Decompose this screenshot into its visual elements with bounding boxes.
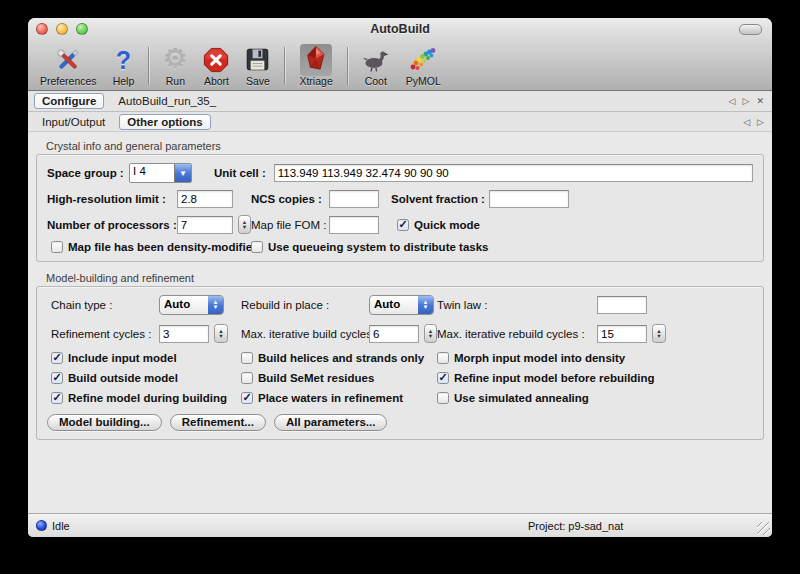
quick-mode-checkbox[interactable]: ✓ Quick mode <box>397 219 753 231</box>
toolbar-button-preferences[interactable]: Preferences <box>34 45 103 87</box>
resize-grip[interactable] <box>757 522 770 535</box>
queueing-checkbox[interactable]: ✓ Use queueing system to distribute task… <box>251 241 753 253</box>
checkbox-box[interactable]: ✓ <box>241 352 253 364</box>
toolbar-button-coot[interactable]: Coot <box>356 45 396 87</box>
checkbox-label: Morph input model into density <box>454 352 625 364</box>
rebuild-cycles-stepper[interactable]: ▲▼ <box>652 324 666 343</box>
checkbox-box[interactable]: ✓ <box>241 372 253 384</box>
toolbar-label: Abort <box>204 75 229 87</box>
checkbox-box[interactable]: ✓ <box>51 352 63 364</box>
toolbar-label: Preferences <box>40 75 97 87</box>
tab-scroll-left-icon[interactable]: ◁ <box>743 117 750 127</box>
density-modified-checkbox[interactable]: ✓ Map file has been density-modified <box>51 241 251 253</box>
tab-other-options[interactable]: Other options <box>119 114 210 130</box>
checkbox-box[interactable]: ✓ <box>51 392 63 404</box>
rebuild-in-place-value: Auto <box>370 296 418 314</box>
popup-arrows-icon: ▲▼ <box>418 296 433 314</box>
crystal-info-group: Crystal info and general parameters Spac… <box>36 140 764 262</box>
preferences-icon <box>54 45 82 74</box>
checkbox-box[interactable]: ✓ <box>51 241 63 253</box>
tab-scroll-left-icon[interactable]: ◁ <box>729 96 736 106</box>
tab-scroll-right-icon[interactable]: ▷ <box>757 117 764 127</box>
rebuild-cycles-label: Max. iterative rebuild cycles : <box>437 328 597 340</box>
toolbar-toggle-pill[interactable] <box>739 24 762 35</box>
toolbar-button-run[interactable]: ⚙ Run <box>157 45 193 87</box>
toolbar-button-help[interactable]: ? Help <box>107 45 141 87</box>
run-gear-icon: ⚙ <box>163 45 187 74</box>
autobuild-window: AutoBuild <box>28 18 772 537</box>
map-fom-field[interactable] <box>329 216 379 234</box>
unit-cell-field[interactable] <box>274 164 753 182</box>
twin-law-field[interactable] <box>597 296 647 314</box>
tab-configure[interactable]: Configure <box>34 93 104 109</box>
refine-input-model-checkbox[interactable]: ✓ Refine input model before rebuilding <box>437 372 753 384</box>
toolbar-label: Help <box>113 75 135 87</box>
tab-close-icon[interactable]: ✕ <box>756 96 764 106</box>
save-icon <box>245 45 270 74</box>
toolbar-button-xtriage[interactable]: Xtriage <box>293 45 338 87</box>
nproc-field[interactable] <box>177 216 233 234</box>
ncs-copies-field[interactable] <box>329 190 379 208</box>
space-group-value: I 4 <box>130 164 174 182</box>
checkbox-label: Build outside model <box>68 372 178 384</box>
toolbar-button-pymol[interactable]: PyMOL <box>400 45 447 87</box>
build-cycles-field[interactable] <box>369 325 419 343</box>
nproc-stepper[interactable]: ▲▼ <box>238 215 251 234</box>
checkbox-label: Include input model <box>68 352 177 364</box>
rebuild-in-place-label: Rebuild in place : <box>241 299 369 311</box>
checkbox-box[interactable]: ✓ <box>437 352 449 364</box>
tab-scroll-right-icon[interactable]: ▷ <box>743 96 750 106</box>
checkbox-box[interactable]: ✓ <box>437 372 449 384</box>
toolbar-label: PyMOL <box>406 75 441 87</box>
rebuild-cycles-field[interactable] <box>597 325 647 343</box>
tab-input-output[interactable]: Input/Output <box>34 114 113 130</box>
all-parameters-button[interactable]: All parameters... <box>274 414 387 431</box>
rebuild-in-place-popup[interactable]: Auto ▲▼ <box>369 295 434 315</box>
chain-type-popup[interactable]: Auto ▲▼ <box>159 295 224 315</box>
include-input-model-checkbox[interactable]: ✓ Include input model <box>47 352 241 364</box>
checkbox-label: Place waters in refinement <box>258 392 403 404</box>
toolbar-label: Coot <box>365 75 387 87</box>
high-res-field[interactable] <box>177 190 233 208</box>
project-label: Project: p9-sad_nat <box>528 520 623 532</box>
toolbar: Preferences ? Help ⚙ Run Abort <box>28 39 772 90</box>
refinement-button[interactable]: Refinement... <box>170 414 266 431</box>
checkbox-box[interactable]: ✓ <box>241 392 253 404</box>
space-group-combobox[interactable]: I 4 ▼ <box>129 163 192 183</box>
tab-autobuild-run[interactable]: AutoBuild_run_35_ <box>110 93 224 109</box>
density-modified-label: Map file has been density-modified <box>68 241 259 253</box>
place-waters-checkbox[interactable]: ✓ Place waters in refinement <box>241 392 437 404</box>
solvent-fraction-field[interactable] <box>489 190 569 208</box>
titlebar[interactable]: AutoBuild <box>28 18 772 39</box>
options-panel: Crystal info and general parameters Spac… <box>28 132 772 513</box>
model-building-button[interactable]: Model building... <box>47 414 162 431</box>
checkbox-label: Refine input model before rebuilding <box>454 372 655 384</box>
status-led-icon <box>36 520 47 531</box>
ncs-copies-label: NCS copies : <box>251 193 329 205</box>
chain-type-value: Auto <box>160 296 208 314</box>
main-tab-bar: Configure AutoBuild_run_35_ ◁ ▷ ✕ <box>28 91 772 112</box>
chevron-down-icon[interactable]: ▼ <box>174 164 191 182</box>
refinement-cycles-field[interactable] <box>159 325 209 343</box>
refinement-cycles-stepper[interactable]: ▲▼ <box>214 324 228 343</box>
checkbox-box[interactable]: ✓ <box>251 241 263 253</box>
status-text: Idle <box>52 520 70 532</box>
simulated-annealing-checkbox[interactable]: ✓ Use simulated annealing <box>437 392 753 404</box>
build-helices-checkbox[interactable]: ✓ Build helices and strands only <box>241 352 437 364</box>
build-cycles-stepper[interactable]: ▲▼ <box>424 324 437 343</box>
toolbar-label: Xtriage <box>299 75 332 87</box>
checkbox-box[interactable]: ✓ <box>397 219 409 231</box>
high-res-label: High-resolution limit : <box>47 193 177 205</box>
toolbar-button-abort[interactable]: Abort <box>197 45 235 87</box>
toolbar-separator <box>284 47 285 85</box>
checkbox-box[interactable]: ✓ <box>51 372 63 384</box>
refine-during-building-checkbox[interactable]: ✓ Refine model during building <box>47 392 241 404</box>
build-outside-model-checkbox[interactable]: ✓ Build outside model <box>47 372 241 384</box>
status-bar: Idle Project: p9-sad_nat <box>28 513 772 537</box>
morph-model-checkbox[interactable]: ✓ Morph input model into density <box>437 352 753 364</box>
checkbox-box[interactable]: ✓ <box>437 392 449 404</box>
toolbar-button-save[interactable]: Save <box>239 45 276 87</box>
build-semet-checkbox[interactable]: ✓ Build SeMet residues <box>241 372 437 384</box>
coot-bird-icon <box>362 45 390 74</box>
sub-tab-bar: Input/Output Other options ◁ ▷ <box>28 112 772 132</box>
